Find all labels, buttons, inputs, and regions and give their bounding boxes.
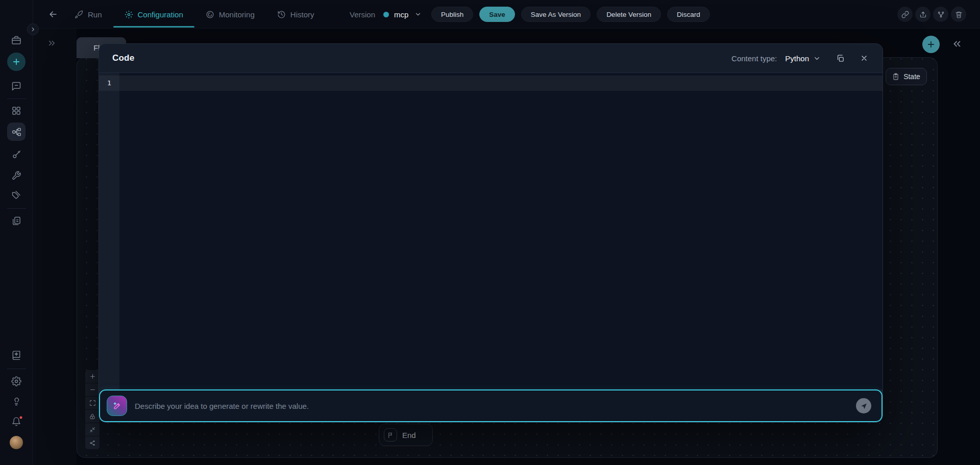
tab-label: Configuration: [138, 10, 183, 19]
line-number: 1: [99, 76, 119, 91]
collapsed-left-panel: [34, 29, 77, 465]
panel-collapse-chevrons-icon[interactable]: [951, 38, 963, 50]
end-node-label: End: [402, 431, 416, 439]
left-sidebar: [0, 0, 33, 465]
chevron-down-icon[interactable]: [813, 55, 821, 62]
modal-title: Code: [112, 53, 134, 63]
history-icon: [277, 10, 286, 19]
tab-history[interactable]: History: [277, 0, 314, 29]
code-content[interactable]: [119, 73, 883, 389]
zoom-in-icon[interactable]: [85, 370, 100, 383]
key-icon[interactable]: [12, 150, 21, 160]
sidebar-expand-chevron-icon[interactable]: [27, 23, 39, 35]
copy-icon[interactable]: [836, 54, 845, 63]
ai-prompt-input[interactable]: [135, 402, 856, 410]
chevron-down-icon: [414, 11, 422, 18]
rocket-icon: [75, 10, 83, 19]
content-type-select[interactable]: Python: [785, 54, 809, 63]
content-type-label: Content type:: [731, 54, 777, 63]
gear-icon: [125, 10, 133, 19]
publish-button[interactable]: Publish: [431, 7, 473, 22]
notifications-bell-icon[interactable]: [12, 417, 21, 427]
save-button[interactable]: Save: [479, 7, 515, 22]
wrench-icon[interactable]: [12, 171, 21, 181]
version-selector[interactable]: Version mcp: [350, 0, 422, 29]
layout-icon[interactable]: [85, 436, 100, 449]
state-button[interactable]: State: [886, 68, 927, 85]
version-value: mcp: [394, 10, 408, 19]
canvas-zoom-toolbar: [85, 370, 100, 449]
lightbulb-icon[interactable]: [12, 397, 21, 406]
fit-view-icon[interactable]: [85, 397, 100, 409]
plus-icon: [7, 53, 26, 71]
sidebar-divider: [7, 99, 26, 99]
version-label: Version: [350, 10, 375, 19]
user-avatar[interactable]: [10, 436, 23, 449]
trash-icon[interactable]: [951, 7, 966, 22]
ai-prompt-bar: [99, 389, 883, 422]
topbar-icon-buttons: [897, 7, 966, 22]
notification-badge: [19, 415, 23, 420]
delete-version-button[interactable]: Delete Version: [597, 7, 661, 22]
avatar: [10, 436, 23, 449]
tab-monitoring[interactable]: Monitoring: [206, 0, 255, 29]
chat-icon[interactable]: [11, 81, 21, 91]
link-icon[interactable]: [897, 7, 913, 22]
end-node[interactable]: End: [379, 424, 433, 446]
code-modal: Code Content type: Python 1: [99, 43, 883, 423]
close-icon[interactable]: [860, 54, 868, 62]
lock-icon[interactable]: [85, 410, 100, 423]
git-branch-icon[interactable]: [933, 7, 948, 22]
briefcase-icon[interactable]: [11, 35, 21, 45]
add-button[interactable]: [7, 53, 26, 71]
flow-icon: [7, 123, 26, 141]
panel-expand-chevrons-icon[interactable]: [47, 38, 57, 48]
state-label: State: [903, 72, 920, 81]
magic-pen-icon: [107, 396, 127, 416]
tags-icon[interactable]: [11, 190, 21, 201]
version-actions: Publish Save Save As Version Delete Vers…: [431, 7, 710, 22]
top-bar: Run Configuration Monitoring History Ver…: [0, 0, 980, 29]
files-icon[interactable]: [12, 216, 21, 226]
discard-button[interactable]: Discard: [667, 7, 710, 22]
save-as-version-button[interactable]: Save As Version: [521, 7, 591, 22]
tab-label: Monitoring: [219, 10, 255, 19]
code-modal-header: Code Content type: Python: [99, 44, 883, 73]
apps-grid-icon[interactable]: [11, 106, 21, 116]
collapse-icon[interactable]: [85, 423, 100, 436]
add-node-button[interactable]: [922, 36, 940, 53]
back-button[interactable]: [47, 8, 59, 20]
settings-icon[interactable]: [11, 376, 21, 386]
sidebar-divider: [7, 369, 26, 369]
editor-gutter: [99, 73, 119, 389]
sidebar-item-flows-active[interactable]: [7, 123, 26, 141]
code-editor[interactable]: 1: [99, 73, 883, 389]
tab-label: Run: [88, 10, 102, 19]
flag-icon: [384, 428, 397, 442]
send-icon[interactable]: [856, 398, 871, 413]
tab-run[interactable]: Run: [75, 0, 102, 29]
monitor-icon: [206, 10, 214, 19]
zoom-out-icon[interactable]: [85, 383, 100, 396]
sidebar-divider: [7, 208, 26, 209]
top-tabs: Run Configuration Monitoring History: [75, 0, 314, 29]
version-status-dot: [383, 12, 389, 17]
tab-configuration[interactable]: Configuration: [125, 0, 183, 29]
export-icon[interactable]: [915, 7, 930, 22]
guide-book-icon[interactable]: [11, 350, 21, 360]
clipboard-icon: [892, 73, 899, 80]
tab-label: History: [290, 10, 314, 19]
